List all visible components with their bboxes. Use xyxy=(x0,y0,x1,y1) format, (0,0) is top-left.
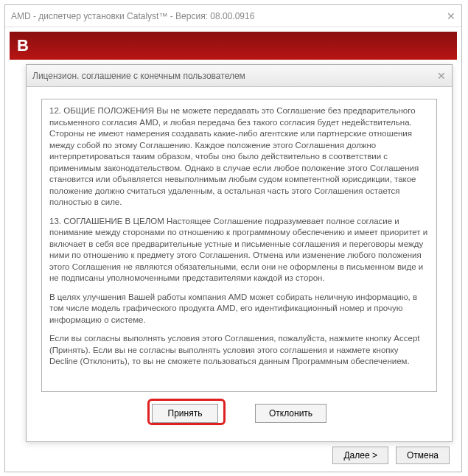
eula-dialog-title: Лицензион. соглашение с конечным пользов… xyxy=(32,71,437,81)
next-button[interactable]: Далее > xyxy=(332,447,388,464)
eula-paragraph: В целях улучшения Вашей работы компания … xyxy=(49,292,429,326)
outer-window-title: AMD - диспетчер установки Catalyst™ - Ве… xyxy=(11,11,447,21)
installer-window: AMD - диспетчер установки Catalyst™ - Ве… xyxy=(4,4,462,472)
close-icon[interactable]: ✕ xyxy=(437,70,446,82)
inner-titlebar: Лицензион. соглашение с конечным пользов… xyxy=(27,65,452,87)
decline-button[interactable]: Отклонить xyxy=(255,404,326,423)
eula-dialog: Лицензион. соглашение с конечным пользов… xyxy=(26,64,453,442)
outer-titlebar: AMD - диспетчер установки Catalyst™ - Ве… xyxy=(5,5,461,27)
eula-paragraph: Если вы согласны выполнять условия этого… xyxy=(49,333,429,368)
eula-paragraph: 13. СОГЛАШЕНИЕ В ЦЕЛОМ Настоящее Соглаше… xyxy=(49,216,429,284)
accept-button[interactable]: Принять xyxy=(152,404,218,423)
dialog-button-row: Принять Отклонить xyxy=(27,404,452,423)
red-banner: B xyxy=(10,32,457,60)
cancel-button[interactable]: Отмена xyxy=(396,447,450,464)
eula-textarea[interactable]: 12. ОБЩИЕ ПОЛОЖЕНИЯ Вы не можете передав… xyxy=(41,99,437,392)
close-icon[interactable]: ✕ xyxy=(447,10,455,22)
wizard-button-bar: Далее > Отмена xyxy=(332,447,450,464)
eula-paragraph: 12. ОБЩИЕ ПОЛОЖЕНИЯ Вы не можете передав… xyxy=(49,105,429,209)
